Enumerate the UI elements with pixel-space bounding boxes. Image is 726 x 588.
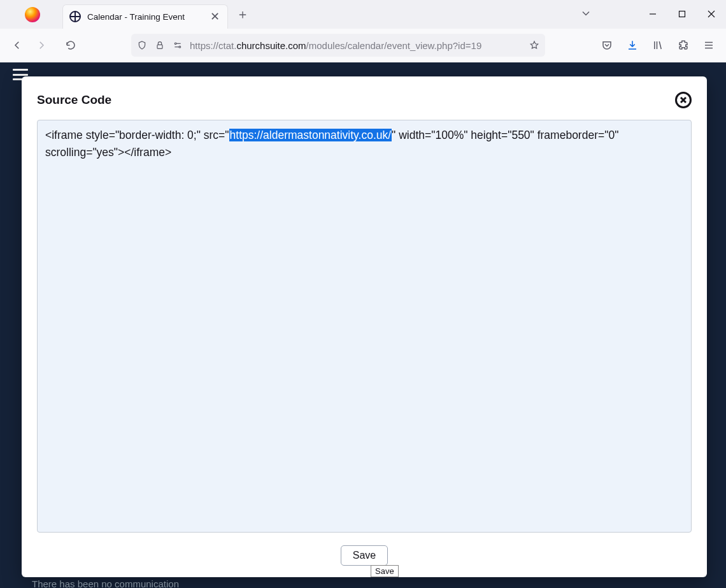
shield-icon[interactable] [136, 39, 148, 51]
firefox-icon [25, 7, 40, 22]
extensions-icon[interactable] [673, 34, 694, 56]
tab-strip: Calendar - Training Event ✕ ＋ [0, 0, 726, 29]
url-sub: ctat. [218, 40, 236, 51]
forward-button[interactable] [31, 34, 52, 56]
app-menu-icon[interactable] [698, 34, 720, 56]
svg-rect-0 [157, 45, 162, 48]
address-bar[interactable]: https://ctat.churchsuite.com/modules/cal… [131, 34, 545, 57]
window-minimize-button[interactable] [638, 0, 667, 28]
tab-title: Calendar - Training Event [87, 12, 203, 22]
close-icon [680, 96, 687, 104]
library-icon[interactable] [647, 34, 669, 56]
svg-point-1 [174, 43, 176, 45]
new-tab-button[interactable]: ＋ [233, 5, 252, 24]
url-path: /modules/calendar/event_view.php?id=19 [306, 40, 482, 51]
pocket-icon[interactable] [596, 34, 618, 56]
firefox-logo-wrap [10, 7, 55, 22]
url-scheme: https:// [190, 40, 218, 51]
modal-header: Source Code [37, 92, 692, 108]
tab-close-icon[interactable]: ✕ [209, 10, 221, 24]
back-button[interactable] [6, 34, 28, 56]
window-controls [638, 0, 726, 28]
browser-tab[interactable]: Calendar - Training Event ✕ [62, 4, 228, 29]
downloads-icon[interactable] [622, 34, 643, 56]
browser-chrome: Calendar - Training Event ✕ ＋ [0, 0, 726, 62]
reload-button[interactable] [60, 34, 82, 56]
save-tooltip: Save [371, 565, 399, 577]
save-button[interactable]: Save [341, 545, 388, 566]
window-maximize-button[interactable] [667, 0, 697, 28]
tab-favicon-icon [69, 11, 81, 22]
page-body: There has been no communication Source C… [0, 62, 726, 588]
lock-icon[interactable] [154, 39, 166, 51]
modal-title: Source Code [37, 93, 111, 107]
svg-point-2 [179, 46, 181, 48]
toolbar-right-icons [596, 34, 720, 56]
bookmark-star-icon[interactable] [529, 39, 540, 51]
nav-toolbar: https://ctat.churchsuite.com/modules/cal… [0, 29, 726, 62]
modal-close-button[interactable] [675, 92, 692, 108]
permissions-icon[interactable] [172, 39, 183, 51]
svg-rect-3 [680, 11, 685, 17]
window-close-button[interactable] [697, 0, 726, 28]
source-code-modal: Source Code <iframe style="border-width:… [22, 76, 707, 577]
background-text: There has been no communication [32, 578, 179, 588]
plus-icon: ＋ [236, 6, 249, 23]
modal-footer: Save [37, 533, 692, 566]
code-selected-url: https://aldermastonnativity.co.uk/ [229, 129, 392, 141]
source-code-textarea[interactable]: <iframe style="border-width: 0;" src="ht… [37, 120, 692, 533]
url-host: churchsuite.com [236, 40, 306, 51]
code-pre: <iframe style="border-width: 0;" src=" [45, 129, 229, 141]
url-text: https://ctat.churchsuite.com/modules/cal… [190, 40, 522, 51]
tab-list-chevron-icon[interactable] [580, 7, 599, 21]
